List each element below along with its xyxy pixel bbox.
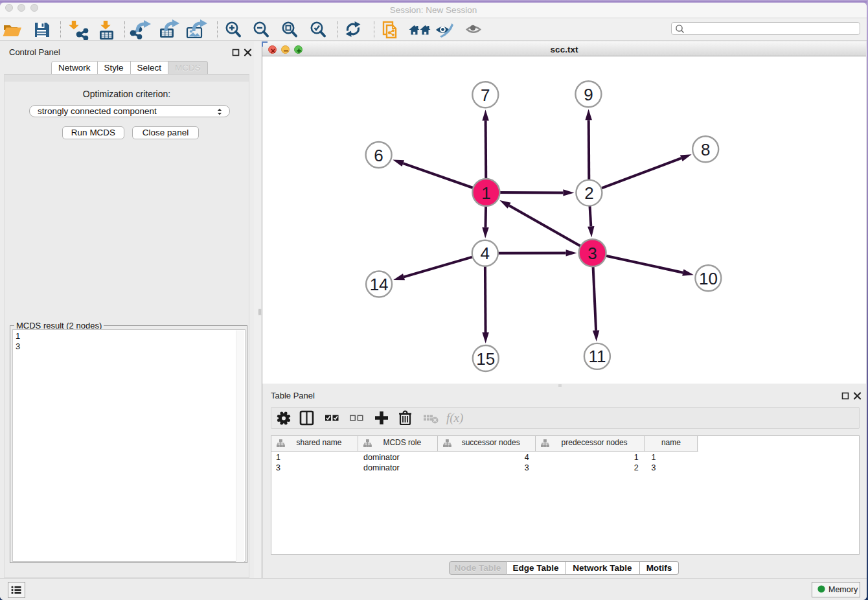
svg-text:15: 15 <box>476 349 495 369</box>
svg-text:6: 6 <box>374 146 383 165</box>
svg-text:11: 11 <box>588 347 606 366</box>
svg-text:9: 9 <box>584 85 593 104</box>
svg-text:10: 10 <box>699 269 718 288</box>
svg-text:2: 2 <box>584 183 593 203</box>
svg-text:14: 14 <box>370 275 389 294</box>
svg-text:7: 7 <box>481 86 490 105</box>
svg-text:8: 8 <box>701 140 710 159</box>
svg-text:4: 4 <box>481 244 490 263</box>
svg-text:3: 3 <box>588 244 597 263</box>
svg-text:1: 1 <box>481 183 490 203</box>
